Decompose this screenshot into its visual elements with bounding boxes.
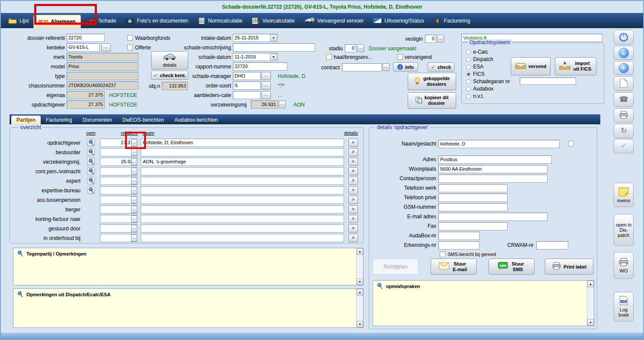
relatie-lookup-button[interactable]: ... [131, 168, 137, 175]
chevron-down-icon[interactable]: ▼ [270, 54, 277, 60]
subtab-partijen[interactable]: Partijen [11, 116, 41, 124]
waarborgfonds-checkbox[interactable] [127, 35, 133, 41]
subtab-dweos-berichten[interactable]: DwEOS-berichten [117, 116, 169, 124]
radio-option-dispatch[interactable]: Dispatch [466, 56, 493, 62]
memo-button[interactable]: memo [614, 183, 634, 207]
new-document-button[interactable] [614, 76, 634, 91]
details-arrow-button[interactable]: > [348, 158, 358, 166]
richtlijnen-button[interactable]: Richtlijnen [373, 259, 419, 275]
telefoon-werk-input[interactable] [438, 184, 508, 192]
stuur-email-button[interactable]: Stuur E-mail [431, 259, 477, 275]
gekoppelde-dossiers-button[interactable]: gekoppelde dossiers [408, 73, 456, 90]
subtab-facturering[interactable]: Facturering [41, 116, 77, 124]
kenteken-input[interactable]: GV-615-L [67, 43, 100, 52]
naam-checkbox[interactable] [568, 141, 574, 146]
details-arrow-button[interactable]: > [348, 186, 358, 194]
scrollbar[interactable]: ▲ ▼ [356, 289, 363, 327]
verzend-button[interactable]: verzend [511, 57, 551, 75]
pushpin-button[interactable] [87, 186, 95, 194]
logboek-button[interactable]: LOG Log boek [614, 292, 634, 321]
vestiging-lookup-button[interactable]: ... [437, 35, 444, 42]
radio-circle[interactable] [466, 65, 471, 69]
toolbar-tab-fotos-en-documenten[interactable]: Foto's en documenten [121, 13, 193, 28]
crwam-nr-input[interactable] [536, 241, 568, 249]
subtab-audabox-berichten[interactable]: Audabox-berichten [169, 116, 223, 124]
opdrachtgever-nummer-input[interactable]: 27.375 [67, 100, 105, 109]
pushpin-button[interactable] [87, 158, 95, 165]
offerte-checkbox[interactable] [127, 45, 133, 50]
radio-option-audabox[interactable]: Audabox [466, 86, 493, 92]
pushpin-button[interactable] [87, 177, 95, 185]
aanbieders-categorie-input[interactable] [233, 91, 261, 99]
rapport-nummer-input[interactable]: 22720 [233, 62, 287, 71]
relatie-lookup-button[interactable]: ... [131, 177, 137, 185]
relatie-lookup-button[interactable]: ... [131, 149, 137, 156]
opm-afspraken-panel[interactable]: opm/afspraken ▲ ▼ [373, 280, 594, 326]
power-button[interactable] [614, 30, 634, 45]
schade-datum-combo[interactable]: 11-1-2015 ▼ [233, 53, 278, 61]
radio-circle[interactable] [466, 57, 471, 62]
scrollbar[interactable]: ▲ ▼ [587, 281, 594, 326]
relatie-lookup-button[interactable]: ... [131, 215, 137, 223]
verzekeringsmij-nummer-input[interactable]: 26.931 [251, 100, 278, 109]
vestiging-nummer-input[interactable]: 0 [425, 35, 436, 43]
pushpin-button[interactable] [87, 167, 95, 175]
kopieer-dossier-button[interactable]: kopieer dit dossier [408, 92, 456, 109]
naam-input[interactable] [141, 186, 344, 194]
naam-input[interactable] [141, 196, 344, 204]
radio-option-fics[interactable]: FiCS [466, 71, 485, 77]
naam-input[interactable]: Hofstede, D, Eindhoven [141, 139, 344, 147]
radio-option-esa[interactable]: ESA [466, 64, 483, 70]
stuur-sms-button[interactable]: SMS Stuur SMS [489, 259, 535, 275]
kenteken-lookup-button[interactable]: ... [101, 43, 111, 52]
tegenpartij-opmerkingen-panel[interactable]: Tegenpartij / Opmerkingen ▲ ▼ [13, 248, 364, 285]
details-arrow-button[interactable]: > [348, 177, 358, 185]
telefoon-prive-input[interactable] [438, 194, 508, 202]
print-button[interactable] [614, 108, 634, 123]
confirm-button[interactable]: ✓ [614, 139, 634, 153]
scroll-down-arrow[interactable]: ▼ [587, 319, 594, 326]
relatie-lookup-button[interactable]: ... [131, 225, 137, 232]
radio-circle[interactable] [466, 87, 471, 91]
audabox-nr-input[interactable] [438, 232, 480, 240]
naam-input[interactable] [141, 234, 344, 242]
check-button[interactable]: ✓ check [428, 62, 454, 71]
gsm-nummer-input[interactable] [438, 203, 508, 211]
toolbar-tab-voorcalculatie[interactable]: Voorcalculatie [247, 13, 299, 28]
chevron-down-icon[interactable]: ▼ [270, 35, 277, 41]
stadium-input[interactable]: 0 [345, 44, 356, 52]
sms-bericht-checkbox[interactable] [440, 252, 445, 257]
contract-input[interactable] [342, 63, 382, 71]
next-record-button[interactable]: ▼ [614, 61, 634, 75]
subtab-documenten[interactable]: Documenten [77, 116, 117, 124]
order-soort-lookup-button[interactable]: ... [261, 81, 271, 90]
scroll-down-arrow[interactable]: ▼ [357, 278, 363, 285]
radio-circle[interactable] [466, 94, 471, 99]
contract-lookup-button[interactable]: ... [383, 63, 390, 71]
pushpin-button[interactable] [87, 139, 95, 146]
scroll-up-arrow[interactable]: ▲ [357, 248, 363, 255]
stadium-lookup-button[interactable]: ... [357, 44, 364, 52]
vervangend-checkbox[interactable] [397, 54, 403, 60]
email-adres-input[interactable] [438, 213, 547, 221]
contactpersoon-input[interactable] [438, 175, 547, 183]
pushpin-button[interactable] [87, 148, 95, 156]
naam-input[interactable] [141, 148, 344, 156]
order-soort-input[interactable]: S [233, 81, 261, 90]
info-button[interactable]: i info [393, 62, 418, 71]
toolbar-tab-uitvoering-status[interactable]: Uitvoering/Status [368, 13, 428, 28]
relatie-lookup-button[interactable]: ... [131, 234, 137, 242]
naam-input[interactable] [141, 167, 344, 175]
details-arrow-button[interactable]: > [348, 167, 358, 175]
radio-option-schadegaran-nr[interactable]: Schadegaran nr [466, 78, 510, 84]
woonplaats-input[interactable]: 5600 AA Eindhoven [438, 165, 547, 173]
naam-input[interactable] [141, 224, 344, 233]
open-in-dispatch-button[interactable]: open in Dis-patch [614, 214, 634, 246]
naam-input[interactable] [141, 177, 344, 185]
intake-datum-combo[interactable]: 25-11-2015 ▼ [233, 34, 278, 42]
toolbar-tab-algemeen[interactable]: Algemeen [33, 15, 80, 28]
fax-input[interactable] [438, 222, 508, 230]
relatie-lookup-button[interactable]: ... [131, 206, 137, 213]
eigenaar-nummer-input[interactable]: 27.375 [67, 91, 105, 99]
relatie-lookup-button[interactable]: ... [131, 196, 137, 204]
